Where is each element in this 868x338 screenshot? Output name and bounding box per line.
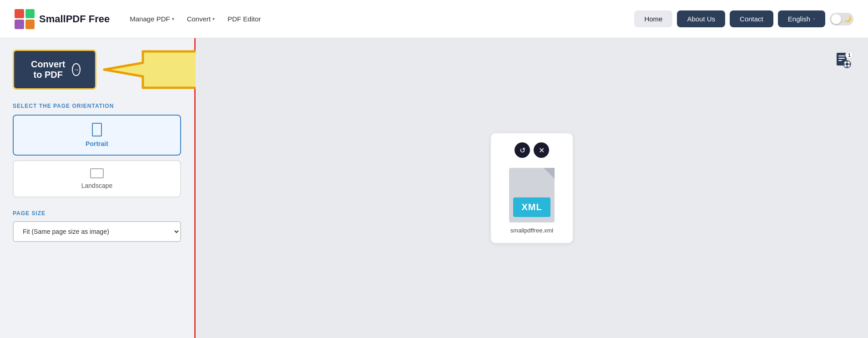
logo-cell-orange (25, 20, 35, 29)
brand: SmallPDF Free (15, 9, 110, 29)
svg-rect-4 (838, 60, 842, 61)
moon-icon: 🌙 (844, 15, 851, 22)
about-button[interactable]: About Us (677, 10, 725, 27)
nav-link-manage-pdf[interactable]: Manage PDF ▾ (124, 11, 179, 26)
landscape-label: Landscape (81, 182, 113, 189)
pointing-arrow-svg (102, 49, 207, 90)
contact-button[interactable]: Contact (730, 10, 773, 27)
nav-links: Manage PDF ▾ Convert ▾ PDF Editor (124, 11, 266, 26)
logo-cell-green (25, 9, 35, 19)
nav-link-pdf-editor-label: PDF Editor (227, 15, 261, 23)
svg-rect-10 (849, 63, 850, 65)
navbar: SmallPDF Free Manage PDF ▾ Convert ▾ PDF… (0, 0, 868, 38)
notification-badge: 1 (845, 51, 853, 59)
file-doc-body: XML (509, 168, 555, 222)
page-size-label: PAGE SIZE (13, 210, 182, 217)
file-refresh-button[interactable]: ↺ (515, 142, 530, 158)
navbar-right: Home About Us Contact English ▾ 🌙 (634, 10, 853, 27)
page-size-select[interactable]: Fit (Same page size as image) A4 Letter … (13, 221, 181, 242)
svg-rect-3 (838, 58, 845, 59)
orientation-label: SELECT THE PAGE ORIENTATION (13, 103, 182, 109)
theme-toggle[interactable]: 🌙 (830, 13, 853, 25)
convert-to-pdf-label: Convert to PDF (29, 59, 67, 80)
chevron-down-icon: ▾ (172, 16, 174, 21)
portrait-label: Portrait (86, 140, 108, 147)
close-icon: ✕ (539, 146, 545, 155)
nav-link-manage-pdf-label: Manage PDF (130, 15, 170, 23)
chevron-down-icon-2: ▾ (212, 16, 215, 21)
right-panel: ↺ ✕ XML smallpdffree.xml (196, 38, 868, 338)
arrow-annotation (102, 49, 207, 90)
file-doc-corner (544, 168, 555, 179)
orientation-portrait-card[interactable]: Portrait (13, 115, 181, 156)
nav-link-convert[interactable]: Convert ▾ (182, 11, 221, 26)
convert-btn-wrapper: Convert to PDF → (13, 49, 182, 90)
brand-name: SmallPDF Free (39, 13, 110, 25)
svg-rect-7 (847, 61, 848, 62)
file-name: smallpdffree.xml (510, 227, 553, 234)
arrow-circle-icon: → (72, 63, 80, 76)
xml-badge: XML (513, 197, 550, 217)
notification-icon[interactable]: 1 (833, 51, 853, 72)
nav-link-pdf-editor[interactable]: PDF Editor (222, 11, 266, 26)
portrait-icon (92, 123, 102, 136)
main-content: Convert to PDF → SELECT THE PAGE ORIENTA… (0, 38, 868, 338)
refresh-icon: ↺ (520, 146, 525, 155)
file-card-actions: ↺ ✕ (515, 142, 549, 158)
landscape-icon (90, 168, 104, 178)
file-card: ↺ ✕ XML smallpdffree.xml (491, 133, 573, 243)
logo-cell-purple (15, 20, 24, 29)
orientation-landscape-card[interactable]: Landscape (13, 160, 181, 197)
svg-rect-8 (847, 66, 848, 67)
logo (15, 9, 35, 29)
orientation-options: Portrait Landscape (13, 115, 182, 197)
chevron-down-icon-lang: ▾ (813, 16, 815, 21)
svg-point-6 (846, 63, 848, 66)
file-close-button[interactable]: ✕ (534, 142, 549, 158)
nav-link-convert-label: Convert (187, 15, 211, 23)
home-button[interactable]: Home (634, 10, 672, 27)
svg-rect-2 (838, 55, 845, 56)
toggle-circle (831, 14, 841, 24)
logo-cell-red (15, 9, 24, 19)
left-panel: Convert to PDF → SELECT THE PAGE ORIENTA… (0, 38, 196, 338)
convert-to-pdf-button[interactable]: Convert to PDF → (13, 50, 96, 90)
file-icon-wrapper: XML (505, 163, 559, 222)
language-button[interactable]: English ▾ (778, 10, 825, 27)
svg-marker-0 (104, 51, 207, 88)
svg-rect-9 (844, 63, 845, 65)
